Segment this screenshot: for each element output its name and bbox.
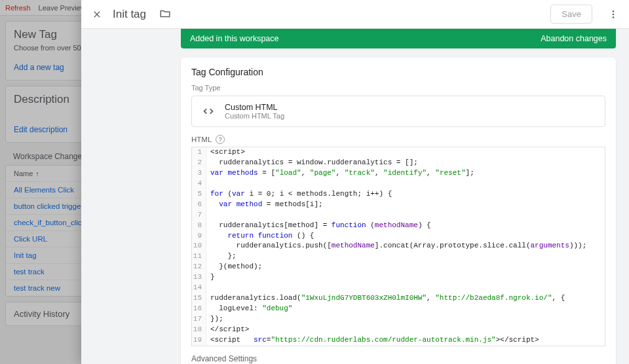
save-button[interactable]: Save	[550, 5, 592, 24]
tag-type-sub: Custom HTML Tag	[225, 112, 284, 120]
code-line[interactable]: }	[206, 272, 215, 283]
tag-type-name: Custom HTML	[225, 103, 284, 112]
code-line[interactable]: <script>	[206, 147, 245, 158]
svg-point-0	[613, 10, 615, 12]
code-line[interactable]	[206, 179, 215, 189]
code-line[interactable]: rudderanalytics[method] = function (meth…	[206, 221, 431, 231]
editor-body[interactable]: Added in this workspace Abandon changes …	[81, 29, 629, 364]
line-number: 2	[192, 158, 206, 168]
workspace-banner: Added in this workspace Abandon changes	[181, 29, 616, 48]
code-line[interactable]: for (var i = 0; i < methods.length; i++)…	[206, 189, 392, 200]
line-number: 4	[192, 179, 206, 189]
code-line[interactable]: </script>	[206, 325, 249, 335]
tag-config-title: Tag Configuration	[191, 67, 605, 77]
line-number: 16	[192, 304, 206, 314]
line-number: 11	[192, 251, 206, 262]
code-line[interactable]: rudderanalytics = window.rudderanalytics…	[206, 158, 418, 168]
code-line[interactable]: <script src="https://cdn.rudderlabs.com/…	[206, 335, 539, 346]
line-number: 3	[192, 168, 206, 179]
abandon-changes-link[interactable]: Abandon changes	[541, 34, 607, 43]
more-menu-icon[interactable]	[605, 7, 621, 22]
code-line[interactable]	[206, 283, 215, 293]
line-number: 10	[192, 241, 206, 251]
tag-editor-panel: Init tag Save Added in this workspace Ab…	[81, 0, 629, 364]
code-icon	[200, 103, 217, 120]
line-number: 6	[192, 200, 206, 210]
banner-text: Added in this workspace	[190, 34, 279, 43]
code-line[interactable]: var methods = ["load", "page", "track", …	[206, 168, 474, 179]
line-number: 9	[192, 231, 206, 242]
line-number: 5	[192, 189, 206, 200]
line-number: 17	[192, 314, 206, 325]
svg-point-1	[613, 13, 615, 15]
code-line[interactable]: logLevel: "debug"	[206, 304, 292, 314]
code-line[interactable]: rudderanalytics.push([methodName].concat…	[206, 241, 586, 251]
line-number: 7	[192, 210, 206, 221]
svg-point-2	[613, 16, 615, 18]
html-code-editor[interactable]: 1<script>2 rudderanalytics = window.rudd…	[191, 147, 605, 346]
code-line[interactable]: return function () {	[206, 231, 314, 242]
code-line[interactable]	[206, 210, 215, 221]
code-line[interactable]: rudderanalytics.load("1WxuLjndG7YDBT603x…	[206, 293, 565, 304]
help-icon[interactable]: ?	[216, 135, 225, 144]
line-number: 15	[192, 293, 206, 304]
tag-configuration-card: Tag Configuration Tag Type Custom HTML C…	[181, 58, 616, 364]
line-number: 13	[192, 272, 206, 283]
tag-type-label: Tag Type	[191, 84, 605, 92]
line-number: 19	[192, 335, 206, 346]
editor-header: Init tag Save	[81, 0, 629, 29]
code-line[interactable]: };	[206, 251, 237, 262]
advanced-settings-link[interactable]: Advanced Settings	[191, 354, 605, 363]
line-number: 18	[192, 325, 206, 335]
tag-type-selector[interactable]: Custom HTML Custom HTML Tag	[191, 96, 605, 127]
code-line[interactable]: }(method);	[206, 262, 262, 272]
folder-icon[interactable]	[159, 8, 172, 21]
code-line[interactable]: });	[206, 314, 223, 325]
line-number: 1	[192, 147, 206, 158]
line-number: 14	[192, 283, 206, 293]
close-icon[interactable]	[89, 7, 105, 22]
line-number: 8	[192, 221, 206, 231]
code-line[interactable]: var method = methods[i];	[206, 200, 323, 210]
html-field-label: HTML	[191, 136, 212, 143]
editor-title[interactable]: Init tag	[113, 8, 146, 21]
line-number: 12	[192, 262, 206, 272]
